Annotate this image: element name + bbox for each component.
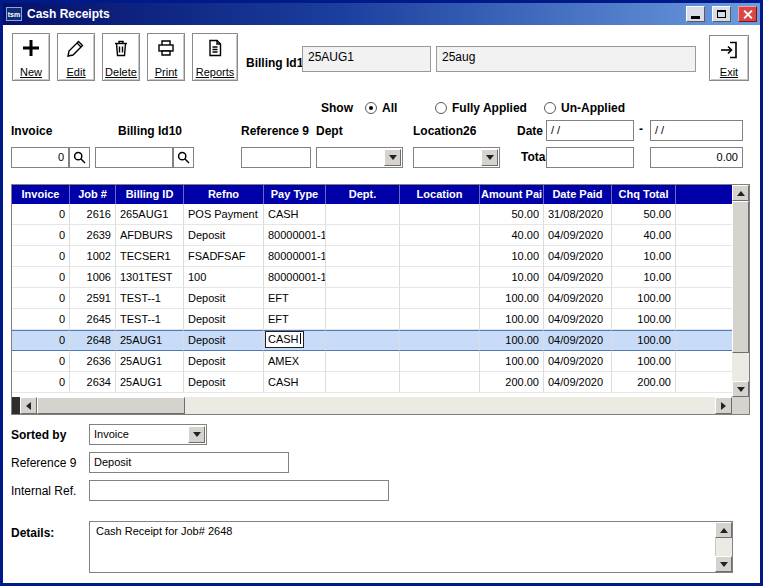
scroll-left-button[interactable] (20, 397, 37, 414)
vertical-scrollbar-thumb[interactable] (732, 201, 749, 353)
table-cell[interactable]: 100.00 (612, 288, 676, 309)
table-cell[interactable]: 10.00 (480, 267, 544, 288)
table-cell[interactable]: 25AUG1 (116, 351, 184, 372)
table-cell[interactable]: 80000001-1 (264, 246, 326, 267)
radio-un-applied[interactable]: Un-Applied (544, 101, 625, 115)
table-cell[interactable] (326, 351, 400, 372)
horizontal-scrollbar-thumb[interactable] (37, 397, 185, 414)
table-cell[interactable]: 04/09/2020 (544, 309, 612, 330)
table-cell[interactable]: 80000001-1 (264, 267, 326, 288)
print-button[interactable]: Print (147, 33, 185, 81)
table-cell[interactable]: AMEX (264, 351, 326, 372)
table-cell[interactable]: 100.00 (480, 330, 544, 351)
table-row[interactable]: 0264825AUG1DepositCASH100.0004/09/202010… (12, 330, 732, 351)
column-header[interactable]: Amount Pai (480, 185, 544, 204)
table-cell[interactable]: 25AUG1 (116, 330, 184, 351)
total-value-field[interactable]: 0.00 (650, 147, 743, 168)
table-cell[interactable] (400, 225, 480, 246)
total-blank-field[interactable] (546, 147, 634, 168)
date-to-field[interactable]: / / (650, 120, 743, 141)
table-cell[interactable]: Deposit (184, 351, 264, 372)
table-cell[interactable]: 40.00 (480, 225, 544, 246)
table-cell[interactable]: 1002 (70, 246, 116, 267)
internal-ref-input[interactable] (89, 480, 389, 501)
table-cell[interactable]: Deposit (184, 372, 264, 393)
table-cell[interactable]: 10.00 (612, 246, 676, 267)
table-cell[interactable] (400, 309, 480, 330)
table-cell[interactable]: 0 (12, 288, 70, 309)
table-row[interactable]: 01002TECSER1FSADFSAF80000001-110.0004/09… (12, 246, 732, 267)
table-cell[interactable]: 04/09/2020 (544, 372, 612, 393)
table-cell[interactable]: Deposit (184, 225, 264, 246)
table-cell[interactable]: 2648 (70, 330, 116, 351)
reference9-input[interactable]: Deposit (89, 452, 289, 473)
details-textarea[interactable]: Cash Receipt for Job# 2648 (89, 521, 733, 573)
table-cell[interactable] (326, 267, 400, 288)
table-cell[interactable]: 100 (184, 267, 264, 288)
billing-filter-input[interactable] (95, 147, 173, 168)
table-cell[interactable]: 04/09/2020 (544, 351, 612, 372)
column-header[interactable]: Dept. (326, 185, 400, 204)
table-cell[interactable]: 200.00 (480, 372, 544, 393)
vertical-scrollbar[interactable] (732, 185, 749, 397)
scroll-up-button[interactable] (732, 185, 749, 201)
details-scroll-up-button[interactable] (715, 522, 732, 538)
table-cell[interactable]: 1301TEST (116, 267, 184, 288)
table-cell[interactable]: 2634 (70, 372, 116, 393)
table-cell[interactable]: 10.00 (612, 267, 676, 288)
table-cell[interactable]: 04/09/2020 (544, 330, 612, 351)
table-row[interactable]: 02645TEST--1DepositEFT100.0004/09/202010… (12, 309, 732, 330)
table-cell[interactable]: TEST--1 (116, 309, 184, 330)
table-cell[interactable]: 80000001-1 (264, 225, 326, 246)
table-cell[interactable]: CASH (264, 372, 326, 393)
table-cell[interactable] (326, 246, 400, 267)
invoice-search-button[interactable] (69, 147, 90, 168)
sorted-by-dropdown[interactable]: Invoice (89, 424, 207, 445)
horizontal-scrollbar[interactable] (12, 397, 732, 414)
table-cell[interactable]: 100.00 (480, 288, 544, 309)
table-cell[interactable]: 100.00 (480, 351, 544, 372)
table-cell[interactable]: 0 (12, 372, 70, 393)
dept-dropdown[interactable] (316, 147, 403, 168)
titlebar[interactable]: tsm Cash Receipts (3, 3, 760, 25)
table-cell[interactable]: Deposit (184, 288, 264, 309)
table-cell[interactable]: 0 (12, 267, 70, 288)
table-cell[interactable] (400, 267, 480, 288)
column-header[interactable]: Billing ID (116, 185, 184, 204)
table-cell[interactable]: 04/09/2020 (544, 288, 612, 309)
table-cell[interactable] (400, 246, 480, 267)
billing-id-field[interactable]: 25AUG1 (302, 46, 431, 72)
table-cell[interactable]: 200.00 (612, 372, 676, 393)
table-cell[interactable]: 31/08/2020 (544, 204, 612, 225)
scroll-right-button[interactable] (715, 397, 732, 414)
table-cell[interactable] (400, 351, 480, 372)
table-cell[interactable]: Deposit (184, 330, 264, 351)
billing-search-button[interactable] (173, 147, 194, 168)
dept-dropdown-button[interactable] (384, 149, 401, 166)
billing-name-field[interactable]: 25aug (436, 46, 696, 72)
table-cell[interactable]: 2645 (70, 309, 116, 330)
table-row[interactable]: 0263625AUG1DepositAMEX100.0004/09/202010… (12, 351, 732, 372)
table-cell[interactable] (326, 225, 400, 246)
column-header[interactable]: Date Paid (544, 185, 612, 204)
exit-button[interactable]: Exit (709, 35, 749, 81)
table-cell[interactable] (326, 372, 400, 393)
table-cell[interactable]: 25AUG1 (116, 372, 184, 393)
table-cell[interactable] (326, 204, 400, 225)
table-cell[interactable]: 50.00 (480, 204, 544, 225)
table-cell[interactable] (400, 288, 480, 309)
sorted-by-dropdown-button[interactable] (188, 426, 205, 443)
table-cell[interactable]: 0 (12, 246, 70, 267)
maximize-button[interactable] (712, 6, 731, 22)
table-cell[interactable]: EFT (264, 288, 326, 309)
table-cell[interactable]: 100.00 (612, 351, 676, 372)
reference-filter-input[interactable] (241, 147, 311, 168)
table-cell[interactable]: EFT (264, 309, 326, 330)
table-cell[interactable]: 0 (12, 330, 70, 351)
scroll-down-button[interactable] (732, 381, 749, 397)
table-cell[interactable]: Deposit (184, 309, 264, 330)
location-dropdown-button[interactable] (481, 149, 498, 166)
new-button[interactable]: New (12, 33, 50, 81)
date-from-field[interactable]: / / (546, 120, 634, 141)
table-cell[interactable]: POS Payment (184, 204, 264, 225)
